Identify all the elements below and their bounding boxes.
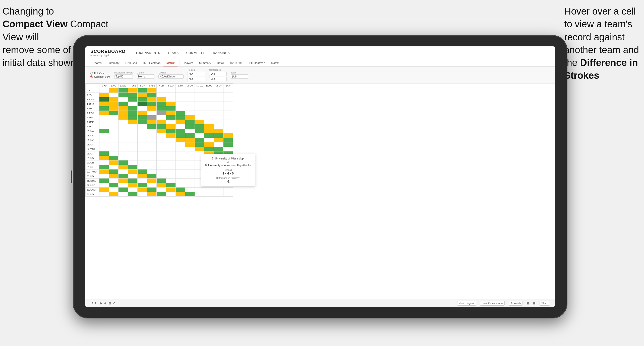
matrix-cell[interactable] [147, 102, 157, 106]
matrix-cell[interactable] [147, 133, 157, 138]
matrix-cell[interactable] [119, 88, 128, 93]
matrix-cell[interactable] [185, 115, 195, 120]
matrix-cell[interactable] [138, 179, 147, 183]
matrix-cell[interactable] [147, 174, 157, 179]
matrix-cell[interactable] [99, 142, 109, 147]
matrix-cell[interactable] [204, 129, 214, 133]
matrix-cell[interactable] [204, 120, 214, 124]
matrix-cell[interactable] [223, 192, 233, 197]
matrix-cell[interactable] [99, 120, 109, 124]
matrix-cell[interactable] [214, 102, 223, 106]
matrix-cell[interactable] [109, 192, 119, 197]
matrix-cell[interactable] [99, 124, 109, 129]
matrix-cell[interactable] [138, 192, 147, 197]
tool-icon2[interactable]: ⊖ [104, 302, 106, 305]
matrix-cell[interactable] [138, 129, 147, 133]
matrix-cell[interactable] [166, 120, 176, 124]
matrix-cell[interactable] [166, 111, 176, 115]
matrix-cell[interactable] [157, 183, 166, 188]
matrix-cell[interactable] [119, 106, 128, 111]
matrix-cell[interactable] [147, 183, 157, 188]
matrix-cell[interactable] [128, 165, 138, 169]
matrix-cell[interactable] [147, 188, 157, 192]
matrix-cell[interactable] [185, 179, 195, 183]
matrix-cell[interactable] [109, 115, 119, 120]
matrix-cell[interactable] [99, 192, 109, 197]
matrix-cell[interactable] [176, 88, 185, 93]
matrix-cell[interactable] [223, 88, 233, 93]
matrix-cell[interactable] [195, 97, 204, 102]
matrix-cell[interactable] [128, 188, 138, 192]
matrix-cell[interactable] [166, 188, 176, 192]
matrix-cell[interactable] [99, 179, 109, 183]
matrix-cell[interactable] [99, 183, 109, 188]
matrix-cell[interactable] [119, 183, 128, 188]
region-select[interactable]: N/A [188, 72, 205, 76]
matrix-cell[interactable] [166, 169, 176, 174]
matrix-cell[interactable] [214, 138, 223, 142]
matrix-cell[interactable] [176, 106, 185, 111]
matrix-cell[interactable] [119, 93, 128, 97]
matrix-cell[interactable] [157, 138, 166, 142]
matrix-cell[interactable] [223, 138, 233, 142]
matrix-cell[interactable] [99, 160, 109, 165]
matrix-cell[interactable] [176, 169, 185, 174]
matrix-cell[interactable] [204, 147, 214, 151]
matrix-cell[interactable] [195, 102, 204, 106]
matrix-cell[interactable] [119, 138, 128, 142]
region-select2[interactable]: N/A [188, 77, 205, 81]
matrix-cell[interactable] [128, 142, 138, 147]
matrix-cell[interactable] [176, 179, 185, 183]
matrix-cell[interactable] [166, 124, 176, 129]
matrix-cell[interactable] [195, 88, 204, 93]
matrix-cell[interactable] [166, 165, 176, 169]
matrix-cell[interactable] [128, 147, 138, 151]
matrix-cell[interactable] [99, 151, 109, 156]
matrix-cell[interactable] [99, 169, 109, 174]
matrix-cell[interactable] [176, 129, 185, 133]
matrix-cell[interactable] [166, 192, 176, 197]
matrix-cell[interactable] [223, 115, 233, 120]
matrix-cell[interactable] [214, 106, 223, 111]
matrix-cell[interactable] [185, 156, 195, 160]
matrix-cell[interactable] [99, 138, 109, 142]
matrix-cell[interactable] [166, 129, 176, 133]
matrix-cell[interactable] [128, 183, 138, 188]
matrix-cell[interactable] [109, 179, 119, 183]
tool-icon3[interactable]: ⊡ [108, 302, 111, 305]
matrix-cell[interactable] [147, 138, 157, 142]
matrix-cell[interactable] [176, 147, 185, 151]
matrix-cell[interactable] [147, 93, 157, 97]
tab-summary2[interactable]: Summary [196, 60, 214, 66]
matrix-cell[interactable] [147, 192, 157, 197]
matrix-cell[interactable] [138, 138, 147, 142]
matrix-cell[interactable] [147, 106, 157, 111]
matrix-cell[interactable] [147, 151, 157, 156]
matrix-cell[interactable] [119, 111, 128, 115]
matrix-cell[interactable] [119, 97, 128, 102]
matrix-cell[interactable] [223, 124, 233, 129]
matrix-cell[interactable] [157, 115, 166, 120]
matrix-cell[interactable] [176, 97, 185, 102]
matrix-cell[interactable] [204, 124, 214, 129]
matrix-cell[interactable] [185, 97, 195, 102]
matrix-cell[interactable] [176, 115, 185, 120]
matrix-cell[interactable] [99, 106, 109, 111]
matrix-cell[interactable] [99, 188, 109, 192]
matrix-cell[interactable] [147, 129, 157, 133]
matrix-cell[interactable] [157, 106, 166, 111]
matrix-cell[interactable] [99, 93, 109, 97]
matrix-cell[interactable] [99, 129, 109, 133]
matrix-cell[interactable] [166, 97, 176, 102]
matrix-cell[interactable] [185, 192, 195, 197]
matrix-cell[interactable] [204, 102, 214, 106]
matrix-cell[interactable] [195, 115, 204, 120]
matrix-container[interactable]: 1. AU 2. VU 3. ASU 4. UNC 5. UT 6. FSU 7… [85, 83, 555, 299]
matrix-cell[interactable] [204, 188, 214, 192]
matrix-cell[interactable] [138, 174, 147, 179]
matrix-cell[interactable] [166, 133, 176, 138]
matrix-cell[interactable] [119, 192, 128, 197]
matrix-cell[interactable] [128, 115, 138, 120]
matrix-cell[interactable] [195, 120, 204, 124]
matrix-cell[interactable] [138, 156, 147, 160]
